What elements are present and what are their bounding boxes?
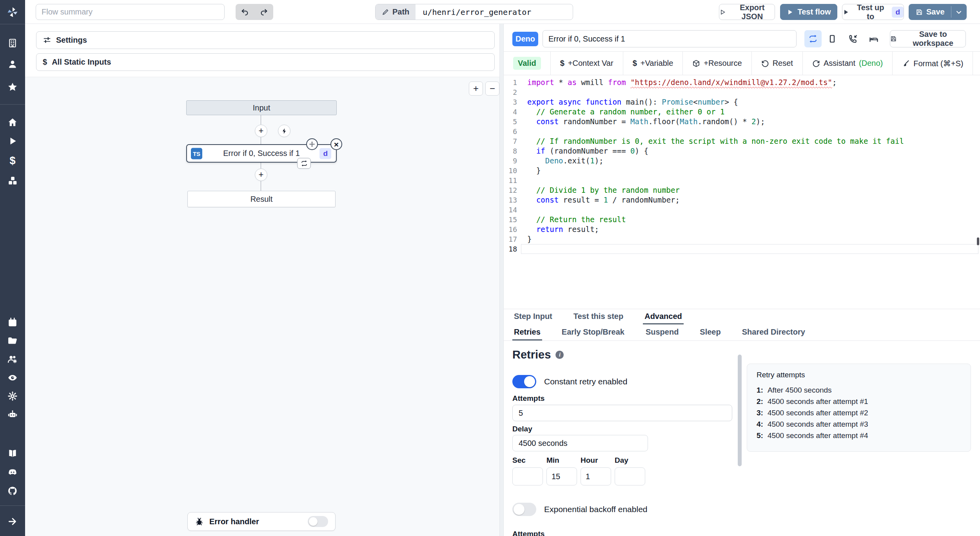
tab-step-input[interactable]: Step Input (512, 309, 554, 324)
tab-advanced[interactable]: Advanced (643, 309, 684, 324)
format-button[interactable]: Format (⌘+S) (892, 52, 973, 75)
error-handler-toggle[interactable] (308, 516, 328, 527)
add-context-var-button[interactable]: $ +Context Var (550, 52, 623, 75)
add-step-button[interactable]: + (255, 168, 267, 181)
add-resource-button[interactable]: +Resource (682, 52, 751, 75)
all-static-inputs-button[interactable]: $ All Static Inputs (36, 53, 495, 71)
code-line: 8 if (randomNumber === 0) { (504, 146, 980, 156)
attempts-input[interactable] (512, 405, 732, 421)
retries-icon-button[interactable] (804, 30, 822, 47)
tab-sleep[interactable]: Sleep (698, 324, 722, 340)
exponential-backoff-row: Exponential backoff enabled (512, 503, 647, 516)
code-editor[interactable]: 1import * as wmill from "https://deno.la… (504, 75, 980, 309)
day-input[interactable] (615, 467, 645, 485)
export-json-button[interactable]: Export JSON (719, 4, 775, 20)
code-line: 1import * as wmill from "https://deno.la… (504, 78, 980, 87)
constant-retry-toggle[interactable] (512, 375, 536, 388)
retry-attempts-list: 1:After 4500 seconds2:4500 seconds after… (757, 384, 961, 441)
delete-step-button[interactable]: × (330, 138, 342, 150)
code-line: 4 // Generate a random number, either 0 … (504, 107, 980, 117)
dollar-icon: $ (633, 59, 637, 68)
expand-arrow-icon[interactable] (7, 516, 18, 527)
delay-hour-group: Hour (581, 456, 612, 485)
zoom-in-button[interactable]: + (469, 81, 483, 96)
topbar: Path u/henri/error_generator Export JSON… (25, 0, 980, 24)
redo-button[interactable] (254, 4, 273, 20)
schedules-calendar-icon[interactable] (7, 317, 18, 328)
editor-scrollbar-thumb[interactable] (977, 237, 979, 245)
square-icon (828, 34, 837, 43)
save-dropdown-button[interactable] (951, 4, 967, 20)
user-icon[interactable] (7, 58, 18, 70)
play-icon (786, 9, 793, 16)
test-up-to-button[interactable]: Test up to d (842, 4, 904, 20)
step-name-input[interactable] (543, 30, 797, 47)
dollar-icon: $ (560, 59, 564, 68)
workspace-building-icon[interactable] (7, 37, 18, 49)
favorites-star-icon[interactable] (7, 81, 18, 93)
phone-incoming-icon (848, 34, 858, 43)
bolt-icon (281, 128, 288, 134)
zoom-out-button[interactable]: − (485, 81, 499, 96)
delay-input[interactable] (512, 435, 648, 451)
path-value[interactable]: u/henri/error_generator (416, 4, 538, 20)
add-step-button[interactable]: + (255, 125, 267, 137)
bed-icon (869, 34, 878, 43)
info-icon[interactable]: i (555, 351, 564, 359)
early-stop-icon-button[interactable] (824, 30, 841, 47)
reset-button[interactable]: Reset (751, 52, 802, 75)
trigger-bolt-button[interactable] (278, 125, 290, 137)
min-input[interactable] (546, 467, 577, 485)
sleep-bed-icon-button[interactable] (865, 30, 882, 47)
assistant-button[interactable]: Assistant (Deno) (802, 52, 892, 75)
exponential-backoff-label: Exponential backoff enabled (544, 505, 647, 514)
save-to-workspace-button[interactable]: Save to workspace (890, 30, 966, 47)
audit-eye-icon[interactable] (7, 372, 18, 384)
result-node[interactable]: Result (187, 191, 336, 207)
step-retry-indicator[interactable] (297, 158, 311, 169)
docs-book-icon[interactable] (7, 447, 18, 459)
retry-attempt-row: 4:4500 seconds after attempt #3 (757, 418, 961, 430)
input-node[interactable]: Input (186, 100, 337, 115)
undo-button[interactable] (236, 4, 254, 20)
content-scrollbar[interactable] (738, 355, 742, 466)
tab-shared-directory[interactable]: Shared Directory (740, 324, 807, 340)
error-handler-box: Error handler (187, 512, 336, 531)
save-button[interactable]: Save (909, 4, 951, 20)
tab-suspend[interactable]: Suspend (644, 324, 680, 340)
flow-graph-canvas[interactable]: + − Input + TS Error if 0, Success if 1 … (25, 77, 499, 536)
flow-summary-input[interactable] (36, 4, 225, 20)
path-field[interactable]: Path u/henri/error_generator (375, 4, 573, 20)
windmill-logo[interactable] (0, 0, 25, 24)
panel-resize-divider[interactable] (499, 24, 504, 536)
flow-settings-button[interactable]: Settings (36, 31, 495, 49)
ai-robot-icon[interactable] (7, 409, 18, 420)
home-icon[interactable] (7, 116, 18, 128)
tab-retries[interactable]: Retries (512, 324, 542, 340)
tab-early-stop[interactable]: Early Stop/Break (560, 324, 626, 340)
add-variable-button[interactable]: $ +Variable (623, 52, 683, 75)
move-step-handle[interactable] (306, 138, 318, 150)
chevron-down-icon (955, 8, 963, 16)
discord-icon[interactable] (7, 466, 18, 478)
runs-play-icon[interactable] (7, 135, 18, 147)
exponential-backoff-toggle[interactable] (512, 503, 536, 516)
test-flow-button[interactable]: Test flow (780, 4, 837, 20)
sec-input[interactable] (512, 467, 543, 485)
min-label: Min (546, 456, 578, 465)
hour-input[interactable] (581, 467, 611, 485)
dollar-icon: $ (43, 58, 47, 67)
resources-boxes-icon[interactable] (7, 175, 18, 187)
tab-test-this-step[interactable]: Test this step (572, 309, 625, 324)
suspend-phone-icon-button[interactable] (844, 30, 862, 47)
explore-scripts-button[interactable]: Explore other s (973, 52, 980, 75)
groups-users-icon[interactable] (7, 353, 18, 365)
variables-dollar-icon[interactable]: $ (7, 155, 18, 167)
assistant-lang: (Deno) (859, 59, 883, 68)
folders-icon[interactable] (7, 335, 18, 347)
input-node-label: Input (253, 103, 270, 112)
undo-redo-group (236, 4, 273, 20)
editor-toolbar: Valid $ +Context Var $ +Variable +Resour… (504, 52, 980, 75)
github-icon[interactable] (7, 485, 18, 497)
settings-gear-icon[interactable] (7, 390, 18, 402)
